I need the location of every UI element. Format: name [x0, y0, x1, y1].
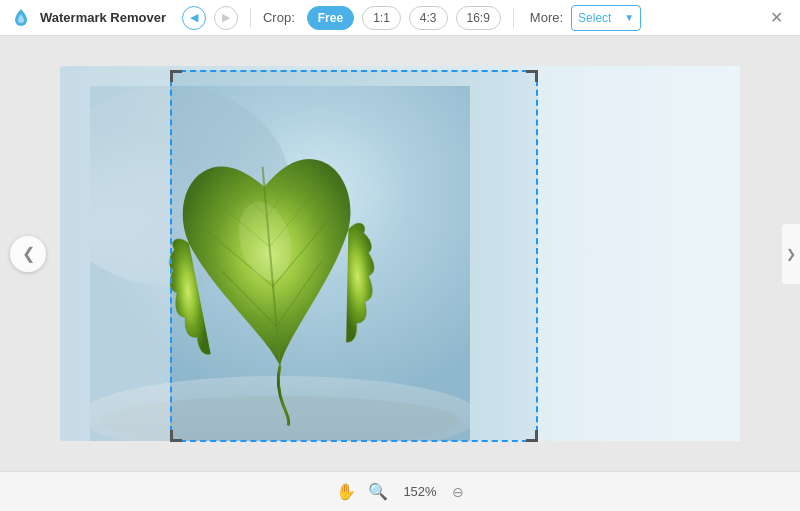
zoom-in-icon[interactable]: 🔍	[368, 482, 388, 501]
crop-16-9-button[interactable]: 16:9	[456, 6, 501, 30]
separator-2	[513, 8, 514, 28]
app-title: Watermark Remover	[40, 10, 166, 25]
crop-label: Crop:	[263, 10, 295, 25]
zoom-level: 152%	[400, 484, 440, 499]
forward-nav-button[interactable]: ▶	[214, 6, 238, 30]
select-dropdown[interactable]: Select ▼	[571, 5, 641, 31]
crop-free-button[interactable]: Free	[307, 6, 354, 30]
leaf-image	[90, 86, 470, 441]
app-logo	[10, 7, 32, 29]
canvas-area: ❮	[0, 36, 800, 471]
more-label: More:	[530, 10, 563, 25]
select-dropdown-label: Select	[578, 11, 611, 25]
image-wrapper	[60, 66, 740, 441]
titlebar: Watermark Remover ◀ ▶ Crop: Free 1:1 4:3…	[0, 0, 800, 36]
zoom-toolbar: ✋ 🔍 152% ⊖	[0, 471, 800, 511]
zoom-out-icon[interactable]: ⊖	[452, 484, 464, 500]
chevron-down-icon: ▼	[624, 12, 634, 23]
hand-icon[interactable]: ✋	[336, 482, 356, 501]
crop-4-3-button[interactable]: 4:3	[409, 6, 448, 30]
close-button[interactable]: ✕	[762, 4, 790, 32]
separator-1	[250, 8, 251, 28]
crop-1-1-button[interactable]: 1:1	[362, 6, 401, 30]
right-nav-arrow[interactable]: ❯	[782, 224, 800, 284]
back-nav-button[interactable]: ◀	[182, 6, 206, 30]
left-nav-arrow[interactable]: ❮	[10, 236, 46, 272]
